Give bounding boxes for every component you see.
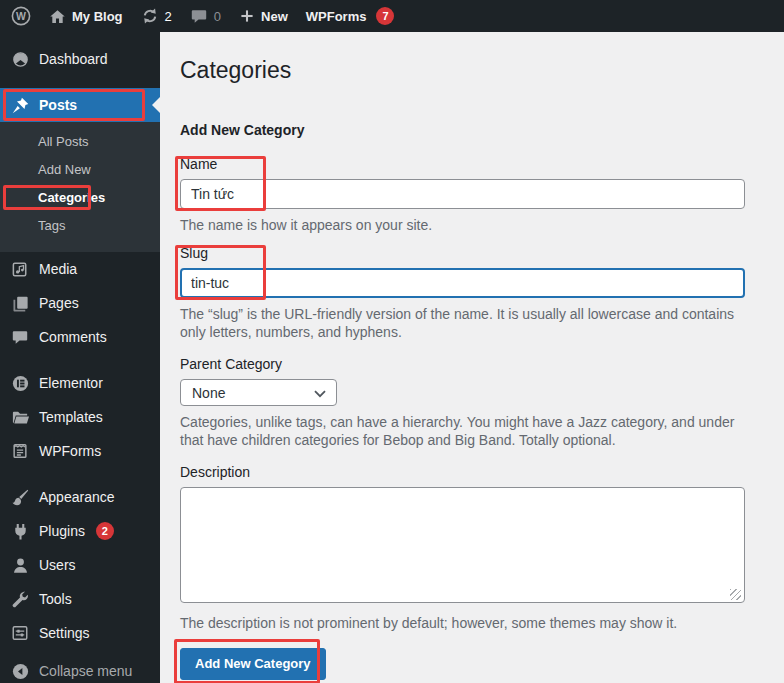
submenu-item-label: Add New	[38, 162, 91, 177]
sidebar-item-label: Templates	[39, 408, 103, 426]
name-label: Name	[180, 157, 745, 171]
sidebar-item-tools[interactable]: Tools	[0, 582, 160, 616]
plugin-icon	[10, 521, 30, 541]
updates-count: 2	[165, 9, 172, 24]
slug-label: Slug	[180, 246, 745, 260]
sidebar-item-dashboard[interactable]: Dashboard	[0, 42, 160, 76]
sidebar-item-appearance[interactable]: Appearance	[0, 480, 160, 514]
sidebar-item-label: Dashboard	[39, 50, 108, 68]
submenu-item-label: All Posts	[38, 134, 89, 149]
wordpress-logo-button[interactable]: W	[2, 0, 40, 32]
svg-text:W: W	[16, 10, 26, 22]
home-icon	[49, 8, 66, 25]
updates-icon	[141, 7, 159, 25]
menu-separator	[0, 354, 160, 366]
parent-category-selected-value: None	[192, 385, 225, 401]
comments-link[interactable]: 0	[181, 0, 230, 32]
pushpin-icon	[10, 95, 30, 115]
submenu-item-label: Tags	[38, 218, 65, 233]
sidebar-item-comments[interactable]: Comments	[0, 320, 160, 354]
name-input[interactable]	[180, 179, 745, 209]
wpforms-toolbar-label: WPForms	[306, 9, 367, 24]
description-field-group: Description The description is not promi…	[180, 465, 745, 632]
submit-button-wrapper: Add New Category	[180, 648, 326, 680]
posts-submenu: All Posts Add New Categories Tags	[0, 122, 160, 252]
plus-icon	[239, 8, 255, 24]
pages-icon	[10, 293, 30, 313]
main-content: Categories Add New Category Name The nam…	[160, 32, 784, 683]
wordpress-logo-icon: W	[11, 6, 31, 26]
site-name-label: My Blog	[72, 9, 123, 24]
sidebar-item-label: Plugins	[39, 522, 85, 540]
sidebar-item-label: Tools	[39, 590, 72, 608]
chevron-down-icon	[314, 385, 326, 401]
slug-field-group: Slug The “slug” is the URL-friendly vers…	[180, 246, 745, 341]
description-textarea[interactable]	[180, 487, 745, 603]
page-title: Categories	[180, 55, 764, 85]
submenu-item-categories[interactable]: Categories	[0, 184, 160, 212]
slug-help-text: The “slug” is the URL-friendly version o…	[180, 305, 745, 341]
parent-category-select[interactable]: None	[180, 379, 337, 406]
collapse-arrow-icon	[10, 661, 30, 681]
sidebar-item-label: Posts	[39, 96, 77, 114]
submenu-item-add-new[interactable]: Add New	[0, 156, 160, 184]
sidebar-item-users[interactable]: Users	[0, 548, 160, 582]
media-icon	[10, 259, 30, 279]
sidebar-item-plugins[interactable]: Plugins 2	[0, 514, 160, 548]
sidebar-item-label: WPForms	[39, 442, 101, 460]
wpforms-notification-badge: 7	[376, 7, 394, 25]
plugins-update-badge: 2	[96, 522, 114, 540]
parent-category-label: Parent Category	[180, 357, 745, 371]
sidebar-item-settings[interactable]: Settings	[0, 616, 160, 650]
parent-category-help-text: Categories, unlike tags, can have a hier…	[180, 413, 745, 449]
comment-bubble-icon	[190, 7, 208, 25]
sidebar-item-wpforms[interactable]: WPForms	[0, 434, 160, 468]
menu-separator	[0, 468, 160, 480]
user-icon	[10, 555, 30, 575]
paintbrush-icon	[10, 487, 30, 507]
wpforms-toolbar-link[interactable]: WPForms 7	[297, 0, 404, 32]
sidebar-item-label: Media	[39, 260, 77, 278]
folder-icon	[10, 407, 30, 427]
new-label: New	[261, 9, 288, 24]
comments-icon	[10, 327, 30, 347]
description-help-text: The description is not prominent by defa…	[180, 614, 745, 632]
wrench-icon	[10, 589, 30, 609]
submenu-item-all-posts[interactable]: All Posts	[0, 128, 160, 156]
sidebar-item-elementor[interactable]: Elementor	[0, 366, 160, 400]
name-field-group: Name The name is how it appears on your …	[180, 157, 745, 234]
sidebar-item-label: Appearance	[39, 488, 115, 506]
sidebar-item-label: Pages	[39, 294, 79, 312]
updates-link[interactable]: 2	[132, 0, 181, 32]
dashboard-icon	[10, 49, 30, 69]
submenu-item-tags[interactable]: Tags	[0, 212, 160, 240]
sidebar-item-pages[interactable]: Pages	[0, 286, 160, 320]
comments-count: 0	[214, 9, 221, 24]
new-content-link[interactable]: New	[230, 0, 297, 32]
collapse-menu-label: Collapse menu	[39, 662, 132, 680]
sidebar-item-templates[interactable]: Templates	[0, 400, 160, 434]
submenu-item-label: Categories	[38, 190, 105, 205]
name-help-text: The name is how it appears on your site.	[180, 216, 745, 234]
settings-sliders-icon	[10, 623, 30, 643]
sidebar-item-posts[interactable]: Posts	[0, 88, 160, 122]
description-label: Description	[180, 465, 745, 479]
form-heading: Add New Category	[180, 121, 764, 139]
sidebar-item-label: Users	[39, 556, 76, 574]
site-name-link[interactable]: My Blog	[40, 0, 132, 32]
add-new-category-button[interactable]: Add New Category	[180, 648, 326, 680]
sidebar-item-media[interactable]: Media	[0, 252, 160, 286]
collapse-menu-button[interactable]: Collapse menu	[0, 654, 160, 683]
sidebar-menu: Dashboard Posts All Posts Add New Catego…	[0, 32, 160, 683]
elementor-icon	[10, 373, 30, 393]
slug-input[interactable]	[180, 268, 745, 298]
wpforms-icon	[10, 441, 30, 461]
sidebar-item-label: Elementor	[39, 374, 103, 392]
parent-category-group: Parent Category None Categories, unlike …	[180, 357, 745, 449]
sidebar-item-label: Comments	[39, 328, 107, 346]
admin-bar: W My Blog 2 0 New WPForms 7	[0, 0, 784, 32]
sidebar-item-label: Settings	[39, 624, 90, 642]
